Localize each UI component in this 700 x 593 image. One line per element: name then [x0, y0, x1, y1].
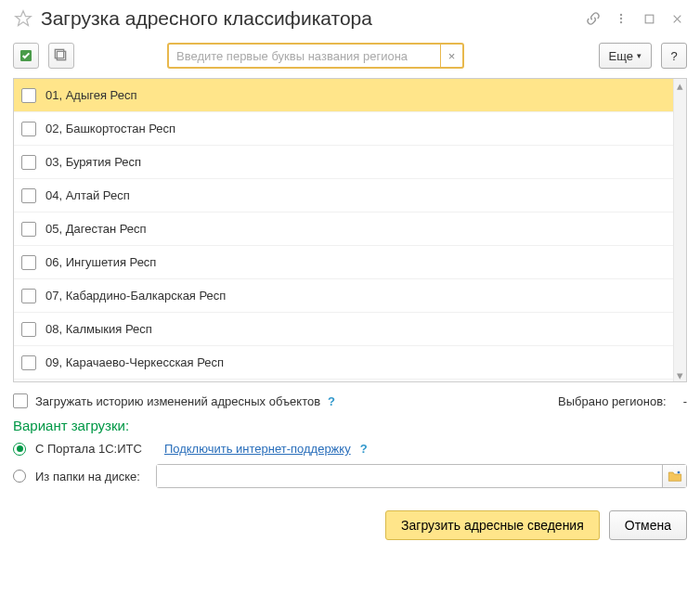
region-label: 05, Дагестан Респ	[45, 222, 147, 236]
radio-portal-label: С Портала 1С:ИТС	[35, 442, 142, 456]
list-item[interactable]: 04, Алтай Респ	[14, 179, 673, 213]
radio-folder-label: Из папки на диске:	[35, 470, 147, 483]
list-item[interactable]: 09, Карачаево-Черкесская Респ	[14, 346, 673, 380]
list-item[interactable]: 07, Кабардино-Балкарская Респ	[14, 279, 673, 313]
checkbox-icon[interactable]	[21, 122, 36, 136]
kebab-menu-icon[interactable]	[611, 8, 631, 29]
cancel-button[interactable]: Отмена	[609, 510, 687, 540]
region-label: 04, Алтай Респ	[45, 188, 130, 202]
search-input[interactable]	[169, 45, 440, 67]
help-icon[interactable]: ?	[360, 442, 368, 456]
checkbox-icon[interactable]	[21, 255, 36, 270]
region-label: 08, Калмыкия Респ	[45, 322, 152, 336]
folder-path-input[interactable]	[157, 465, 662, 487]
load-history-checkbox[interactable]	[13, 393, 28, 408]
help-icon[interactable]: ?	[328, 394, 335, 408]
checkbox-icon[interactable]	[21, 289, 36, 303]
region-label: 06, Ингушетия Респ	[45, 255, 156, 269]
regions-list: 01, Адыгея Респ 02, Башкортостан Респ 03…	[13, 78, 687, 382]
checkbox-icon[interactable]	[21, 355, 36, 370]
svg-point-1	[620, 14, 622, 16]
region-label: 09, Карачаево-Черкесская Респ	[45, 355, 224, 369]
window-title: Загрузка адресного классификатора	[41, 7, 576, 30]
load-history-label: Загружать историю изменений адресных объ…	[35, 394, 320, 408]
selected-label: Выбрано регионов:	[558, 394, 667, 408]
connect-support-link[interactable]: Подключить интернет-поддержку	[164, 442, 351, 456]
more-button[interactable]: Еще ▾	[599, 43, 652, 69]
chevron-down-icon: ▾	[637, 51, 642, 60]
select-all-button[interactable]	[13, 43, 39, 69]
browse-folder-button[interactable]	[662, 465, 686, 487]
radio-portal[interactable]	[13, 443, 26, 456]
region-label: 02, Башкортостан Респ	[45, 122, 175, 135]
list-item[interactable]: 01, Адыгея Респ	[14, 79, 673, 112]
region-label: 03, Бурятия Респ	[45, 155, 141, 169]
folder-path-field[interactable]	[156, 464, 687, 488]
list-item[interactable]: 05, Дагестан Респ	[14, 213, 673, 246]
svg-rect-4	[645, 15, 654, 23]
help-button[interactable]: ?	[661, 43, 687, 69]
checkbox-icon[interactable]	[21, 88, 36, 103]
radio-folder[interactable]	[13, 470, 26, 483]
checkbox-icon[interactable]	[21, 222, 36, 237]
list-item[interactable]: 08, Калмыкия Респ	[14, 313, 673, 346]
close-icon[interactable]	[667, 8, 687, 29]
scroll-up-icon[interactable]: ▴	[674, 79, 686, 92]
region-label: 07, Кабардино-Балкарская Респ	[45, 289, 226, 303]
list-item[interactable]: 03, Бурятия Респ	[14, 146, 673, 179]
list-item[interactable]: 06, Ингушетия Респ	[14, 246, 673, 279]
selected-value: -	[683, 394, 687, 408]
link-icon[interactable]	[583, 8, 603, 29]
favorite-star-icon[interactable]	[13, 8, 33, 29]
scrollbar[interactable]: ▴ ▾	[673, 79, 686, 381]
svg-marker-0	[16, 11, 32, 26]
checkbox-icon[interactable]	[21, 322, 36, 337]
folder-icon	[668, 470, 682, 483]
scroll-down-icon[interactable]: ▾	[674, 368, 686, 381]
checkbox-icon[interactable]	[21, 188, 36, 203]
svg-point-3	[620, 21, 622, 23]
list-item[interactable]: 02, Башкортостан Респ	[14, 112, 673, 146]
variant-section-label: Вариант загрузки:	[0, 416, 700, 439]
load-button[interactable]: Загрузить адресные сведения	[385, 510, 600, 540]
checkbox-icon[interactable]	[21, 155, 36, 170]
svg-point-2	[620, 18, 622, 19]
region-label: 01, Адыгея Респ	[45, 88, 137, 102]
deselect-all-button[interactable]	[48, 43, 74, 69]
search-field[interactable]: ×	[167, 43, 464, 69]
more-label: Еще	[609, 49, 633, 63]
search-clear-button[interactable]: ×	[440, 45, 462, 67]
maximize-icon[interactable]	[639, 8, 659, 29]
